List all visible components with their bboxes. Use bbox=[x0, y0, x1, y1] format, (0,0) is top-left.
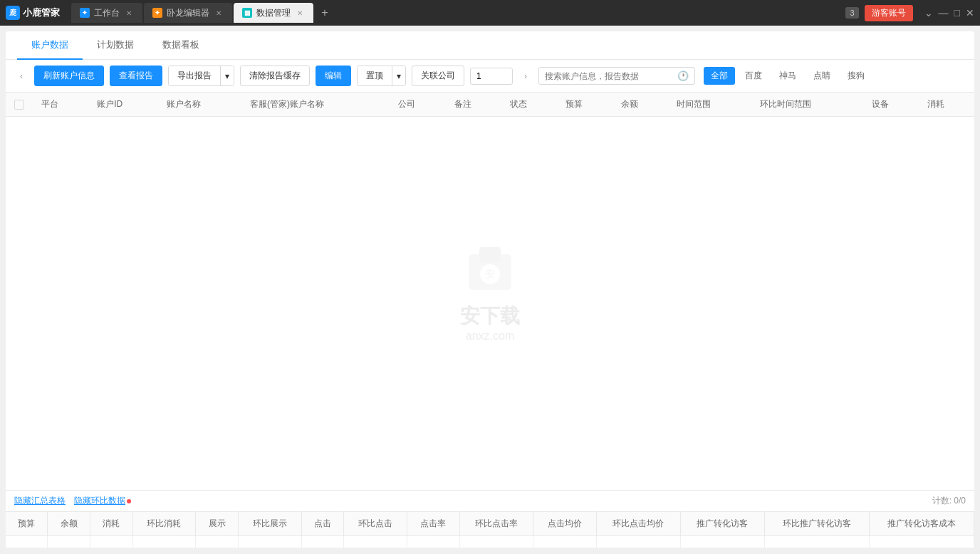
summary-show bbox=[196, 536, 239, 548]
filter-dianzhui[interactable]: 点睛 bbox=[806, 67, 838, 85]
export-report-group: 导出报告 ▾ bbox=[168, 66, 234, 86]
app-name: 小鹿管家 bbox=[23, 6, 60, 19]
pin-group: 置顶 ▾ bbox=[357, 66, 406, 86]
minimize-button[interactable]: — bbox=[939, 7, 949, 19]
toolbar: ‹ 刷新账户信息 查看报告 导出报告 ▾ 清除报告缓存 编辑 置顶 ▾ 关联公司… bbox=[6, 60, 974, 93]
app-logo: 鹿 小鹿管家 bbox=[6, 6, 60, 20]
summary-header-avg-click-price: 点击均价 bbox=[533, 512, 597, 536]
summary-header-promote-convert-cost: 推广转化访客成本 bbox=[869, 512, 974, 536]
pin-dropdown[interactable]: ▾ bbox=[392, 66, 405, 85]
data-table-container: 平台 账户ID 账户名称 客服(管家)账户名称 公司 备注 状态 预算 余额 时… bbox=[6, 93, 974, 490]
svg-text:安: 安 bbox=[484, 268, 495, 280]
summary-header-compare-click: 环比点击 bbox=[344, 512, 407, 536]
summary-compare-avg-click-price bbox=[596, 536, 680, 548]
header-time-range: 时间范围 bbox=[668, 93, 751, 117]
summary-promote-convert bbox=[680, 536, 764, 548]
add-tab-button[interactable]: + bbox=[315, 3, 335, 23]
count-info: 计数: 0/0 bbox=[932, 495, 966, 507]
tab-editor-icon: ✦ bbox=[152, 8, 162, 18]
maximize-button[interactable]: □ bbox=[954, 7, 960, 19]
header-compare-range: 环比时间范围 bbox=[751, 93, 862, 117]
tab-workbench-icon: ✦ bbox=[80, 8, 90, 18]
tab-data-mgmt[interactable]: ▦ 数据管理 ✕ bbox=[234, 3, 313, 23]
pin-button[interactable]: 置顶 bbox=[358, 66, 392, 85]
hide-compare-link[interactable]: 隐藏环比数据 bbox=[74, 495, 131, 507]
clock-icon: 🕐 bbox=[677, 70, 689, 81]
summary-compare-promote-convert bbox=[764, 536, 869, 548]
summary-budget bbox=[6, 536, 48, 548]
summary-header-ctr: 点击率 bbox=[407, 512, 459, 536]
summary-compare-cost bbox=[132, 536, 196, 548]
tab-editor-label: 卧龙编辑器 bbox=[167, 7, 209, 19]
watermark-sub: anxz.com bbox=[460, 330, 520, 343]
summary-header-compare-show: 环比展示 bbox=[238, 512, 301, 536]
header-service-account: 客服(管家)账户名称 bbox=[241, 93, 390, 117]
search-box: 🕐 bbox=[538, 67, 695, 85]
summary-header-show: 展示 bbox=[196, 512, 239, 536]
titlebar: 鹿 小鹿管家 ✦ 工作台 ✕ ✦ 卧龙编辑器 ✕ ▦ 数据管理 ✕ + 3 游客… bbox=[0, 0, 980, 26]
tab-plan-data[interactable]: 计划数据 bbox=[83, 31, 148, 60]
summary-header-click: 点击 bbox=[301, 512, 344, 536]
summary-header-compare-avg-click-price: 环比点击均价 bbox=[596, 512, 680, 536]
export-report-button[interactable]: 导出报告 bbox=[169, 66, 221, 85]
filter-sougou[interactable]: 搜狗 bbox=[840, 67, 872, 85]
tab-editor-close[interactable]: ✕ bbox=[214, 8, 224, 18]
window-controls: ⌄ — □ ✕ bbox=[924, 7, 974, 19]
summary-compare-click bbox=[344, 536, 407, 548]
summary-avg-click-price bbox=[533, 536, 597, 548]
titlebar-right: 3 游客账号 ⌄ — □ ✕ bbox=[845, 5, 974, 21]
svg-point-2 bbox=[480, 264, 500, 284]
company-link-button[interactable]: 关联公司 bbox=[412, 66, 464, 86]
summary-table-body bbox=[6, 536, 974, 548]
edit-button[interactable]: 编辑 bbox=[316, 66, 351, 86]
tab-data-dashboard[interactable]: 数据看板 bbox=[148, 31, 214, 60]
hide-compare-text: 隐藏环比数据 bbox=[74, 495, 125, 507]
header-checkbox[interactable] bbox=[6, 93, 33, 117]
summary-compare-ctr bbox=[459, 536, 533, 548]
tab-workbench-close[interactable]: ✕ bbox=[124, 8, 134, 18]
bottom-links: 隐藏汇总表格 隐藏环比数据 计数: 0/0 bbox=[6, 490, 974, 511]
header-device: 设备 bbox=[863, 93, 919, 117]
page-input[interactable] bbox=[470, 68, 513, 85]
header-platform: 平台 bbox=[33, 93, 88, 117]
summary-header-row: 预算 余额 消耗 环比消耗 展示 环比展示 点击 环比点击 点击率 环比点击率 … bbox=[6, 512, 974, 536]
summary-ctr bbox=[407, 536, 459, 548]
filter-all[interactable]: 全部 bbox=[704, 67, 735, 85]
summary-header-cost: 消耗 bbox=[90, 512, 132, 536]
summary-table: 预算 余额 消耗 环比消耗 展示 环比展示 点击 环比点击 点击率 环比点击率 … bbox=[6, 511, 974, 548]
summary-balance bbox=[48, 536, 90, 548]
filter-baidu[interactable]: 百度 bbox=[738, 67, 769, 85]
filter-shenma[interactable]: 神马 bbox=[772, 67, 803, 85]
summary-header-promote-convert: 推广转化访客 bbox=[680, 512, 764, 536]
sub-tabs: 账户数据 计划数据 数据看板 bbox=[6, 31, 974, 60]
header-budget: 预算 bbox=[557, 93, 612, 117]
summary-header-balance: 余额 bbox=[48, 512, 90, 536]
view-report-button[interactable]: 查看报告 bbox=[110, 66, 162, 86]
tab-account-data[interactable]: 账户数据 bbox=[17, 31, 83, 60]
guest-account-button[interactable]: 游客账号 bbox=[865, 5, 913, 21]
chevron-down-icon[interactable]: ⌄ bbox=[924, 7, 933, 19]
close-button[interactable]: ✕ bbox=[966, 7, 974, 19]
nav-next-button[interactable]: › bbox=[518, 66, 533, 86]
tab-workbench-label: 工作台 bbox=[94, 7, 120, 19]
watermark-text: 安下载 bbox=[460, 303, 520, 330]
tab-workbench[interactable]: ✦ 工作台 ✕ bbox=[71, 3, 142, 23]
hide-summary-link[interactable]: 隐藏汇总表格 bbox=[14, 495, 66, 507]
tab-editor[interactable]: ✦ 卧龙编辑器 ✕ bbox=[144, 3, 232, 23]
refresh-account-button[interactable]: 刷新账户信息 bbox=[34, 66, 104, 86]
content-area: 账户数据 计划数据 数据看板 ‹ 刷新账户信息 查看报告 导出报告 ▾ 清除报告… bbox=[6, 31, 974, 548]
tab-data-mgmt-close[interactable]: ✕ bbox=[295, 8, 305, 18]
data-table: 平台 账户ID 账户名称 客服(管家)账户名称 公司 备注 状态 预算 余额 时… bbox=[6, 93, 974, 117]
summary-cost bbox=[90, 536, 132, 548]
notification-badge[interactable]: 3 bbox=[845, 7, 858, 19]
header-company: 公司 bbox=[390, 93, 445, 117]
nav-prev-button[interactable]: ‹ bbox=[14, 66, 28, 86]
header-status: 状态 bbox=[501, 93, 557, 117]
search-input[interactable] bbox=[545, 71, 673, 81]
export-report-dropdown[interactable]: ▾ bbox=[221, 66, 234, 85]
table-header-row: 平台 账户ID 账户名称 客服(管家)账户名称 公司 备注 状态 预算 余额 时… bbox=[6, 93, 974, 117]
summary-header-compare-ctr: 环比点击率 bbox=[459, 512, 533, 536]
hide-summary-text: 隐藏汇总表格 bbox=[14, 495, 66, 507]
red-dot-indicator bbox=[127, 499, 131, 503]
clear-cache-button[interactable]: 清除报告缓存 bbox=[240, 66, 310, 86]
